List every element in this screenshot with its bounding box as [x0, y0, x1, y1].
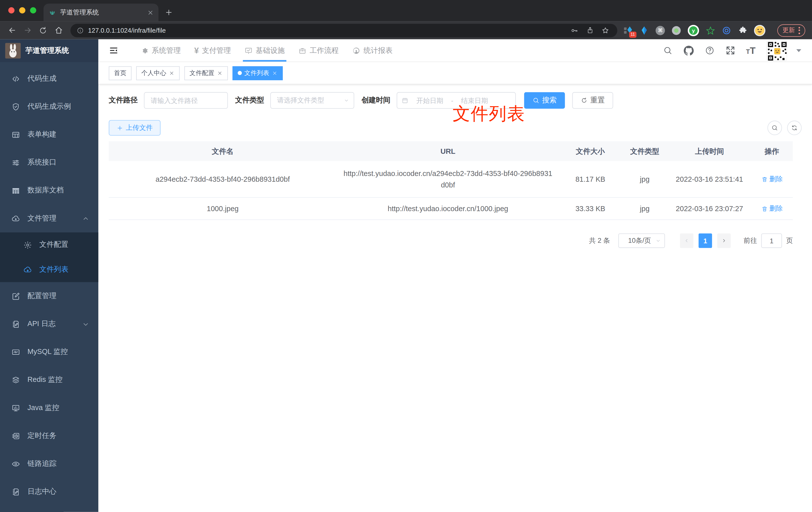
tag-file-config[interactable]: 文件配置 [184, 66, 228, 80]
cell-url: http://test.yudao.iocoder.cn/1000.jpeg [337, 198, 559, 219]
avatar-caret-icon[interactable] [794, 46, 804, 55]
sidebar-item-file-list[interactable]: 文件列表 [0, 257, 98, 282]
tag-close-icon[interactable] [169, 70, 175, 76]
top-menu-infra[interactable]: 基础设施 [238, 39, 292, 62]
back-button[interactable] [4, 23, 20, 37]
sidebar-item-tracing[interactable]: 链路追踪 [0, 450, 98, 478]
sidebar-item-file-management[interactable]: 文件管理 [0, 204, 98, 232]
bookmark-button[interactable] [600, 26, 611, 34]
maximize-window-button[interactable] [30, 7, 36, 13]
new-tab-button[interactable] [162, 5, 176, 20]
edit-square-icon [11, 292, 20, 300]
reset-button[interactable]: 重置 [572, 92, 613, 109]
monitor-wave-icon [11, 348, 20, 356]
sidebar-item-file-config[interactable]: 文件配置 [0, 232, 98, 257]
user-avatar[interactable] [766, 40, 787, 61]
sidebar-item-redis-monitor[interactable]: Redis 监控 [0, 366, 98, 394]
sidebar-item-mysql-monitor[interactable]: MySQL 监控 [0, 338, 98, 366]
sidebar-item-log-center[interactable]: 日志中心 [0, 478, 98, 506]
doc-edit-icon [11, 320, 20, 328]
extension-y-button[interactable]: y [688, 25, 699, 36]
sidebar-item-scheduled-tasks[interactable]: 定时任务 [0, 422, 98, 450]
forward-arrow-icon [23, 26, 32, 35]
sidebar-item-java-monitor[interactable]: Java 监控 [0, 394, 98, 422]
extension-rings-button[interactable] [722, 26, 731, 35]
tag-close-icon[interactable] [217, 70, 223, 76]
browser-update-menu-button[interactable]: 更新 [777, 24, 805, 37]
delete-button[interactable]: 删除 [761, 174, 783, 185]
fullscreen-icon[interactable] [725, 46, 735, 55]
chevron-down-icon [655, 238, 661, 244]
tab-close-icon[interactable] [148, 9, 153, 15]
page-size-select[interactable]: 10条/页 [618, 234, 665, 248]
top-menu-payment[interactable]: ¥ 支付管理 [187, 39, 238, 62]
sidebar-collapse-button[interactable] [107, 43, 120, 57]
shield-check-icon [11, 102, 20, 111]
navbar-right-tools: TT [663, 40, 804, 61]
file-path-input[interactable] [144, 92, 228, 109]
font-size-icon[interactable]: TT [746, 46, 756, 55]
site-info-icon[interactable] [77, 27, 84, 34]
qr-avatar-icon [767, 41, 787, 61]
reload-icon [39, 26, 47, 34]
tag-close-icon[interactable] [272, 70, 278, 76]
sidebar-item-api-log[interactable]: API 日志 [0, 310, 98, 338]
page-number-current[interactable]: 1 [699, 234, 712, 248]
toggle-search-button[interactable] [767, 121, 782, 135]
sidebar-item-config-management[interactable]: 配置管理 [0, 282, 98, 310]
search-button[interactable]: 搜索 [524, 92, 565, 109]
top-menu: 系统管理 ¥ 支付管理 基础设施 工作流程 [134, 39, 399, 62]
top-menu-report[interactable]: 统计报表 [345, 39, 399, 62]
col-file-name: 文件名 [109, 141, 337, 161]
top-menu-system[interactable]: 系统管理 [134, 39, 187, 62]
cell-file-type: jpg [621, 161, 668, 197]
address-bar[interactable]: 127.0.0.1:1024/infra/file/file [70, 24, 617, 37]
top-menu-workflow[interactable]: 工作流程 [292, 39, 345, 62]
col-upload-time: 上传时间 [668, 141, 751, 161]
delete-button[interactable]: 删除 [761, 203, 783, 214]
reload-button[interactable] [35, 23, 51, 37]
extension-kite-button[interactable] [639, 26, 649, 35]
eye-icon [11, 459, 20, 468]
tag-file-list[interactable]: 文件列表 [232, 66, 283, 80]
share-button[interactable] [584, 26, 596, 34]
cell-file-name: a294ecb2-73dd-4353-bf40-296b8931d0bf [109, 161, 337, 197]
sidebar-item-db-doc[interactable]: 数据库文档 [0, 177, 98, 204]
sidebar-item-system-api[interactable]: 系统接口 [0, 149, 98, 177]
extension-star-button[interactable] [706, 26, 715, 35]
search-icon[interactable] [663, 46, 672, 55]
extension-dot-button[interactable] [672, 26, 681, 35]
tag-home[interactable]: 首页 [109, 66, 132, 80]
sidebar-item-code-demo[interactable]: 代码生成示例 [0, 93, 98, 121]
date-start-input[interactable] [411, 96, 449, 104]
help-icon[interactable] [704, 46, 714, 55]
sidebar-item-form-builder[interactable]: 表单构建 [0, 121, 98, 149]
cloud-download-icon [11, 214, 20, 223]
close-window-button[interactable] [8, 7, 14, 13]
table-row: 1000.jpeg http://test.yudao.iocoder.cn/1… [109, 198, 793, 220]
update-label: 更新 [783, 26, 795, 35]
sidebar-item-code-generation[interactable]: 代码生成 [0, 65, 98, 93]
prev-page-button[interactable] [680, 234, 693, 248]
next-page-button[interactable] [717, 234, 731, 248]
home-button[interactable] [51, 23, 66, 37]
extension-badge: 11 [629, 31, 636, 38]
tab-title: 芋道管理系统 [60, 8, 143, 17]
browser-tab[interactable]: 芋道管理系统 [44, 4, 158, 22]
forward-button[interactable] [20, 23, 35, 37]
profile-avatar[interactable] [754, 25, 765, 36]
file-type-select[interactable]: 请选择文件类型 [270, 92, 354, 109]
password-key-button[interactable] [569, 26, 580, 34]
sidebar-logo[interactable]: 芋道管理系统 [0, 39, 98, 62]
goto-page-input[interactable] [761, 234, 782, 248]
github-icon[interactable] [683, 46, 694, 56]
minimize-window-button[interactable] [19, 7, 25, 13]
tag-profile[interactable]: 个人中心 [136, 66, 179, 80]
extension-pin-button[interactable]: 11 [624, 26, 633, 35]
upload-file-button[interactable]: 上传文件 [109, 120, 161, 135]
refresh-table-button[interactable] [787, 121, 802, 135]
extension-cmd-button[interactable]: ⌘ [656, 26, 665, 35]
cloud-upload-icon [23, 265, 32, 274]
extensions-menu-button[interactable] [738, 26, 747, 35]
file-table: 文件名 URL 文件大小 文件类型 上传时间 操作 a294ecb2-73dd-… [109, 141, 793, 220]
